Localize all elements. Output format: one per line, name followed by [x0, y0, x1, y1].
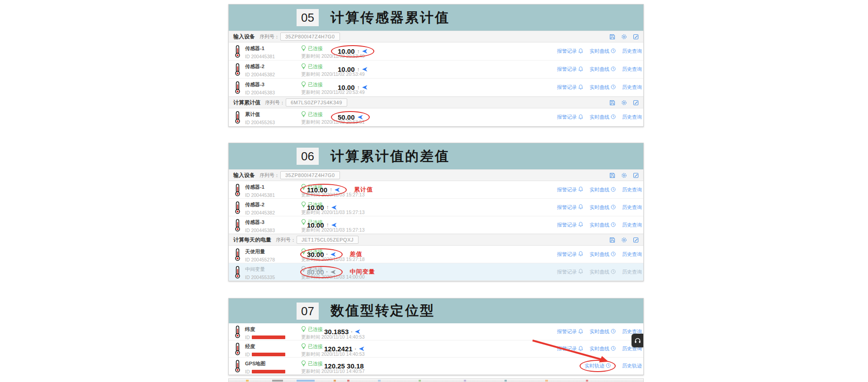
step-number-badge: 07 — [297, 303, 319, 320]
sensor-row: 经度 ID 已连接 更新时间 2020/11/10 14:40:53 120.2… — [229, 340, 643, 358]
section-toolbar — [609, 172, 639, 178]
row-action-link[interactable]: 历史查询 — [622, 186, 644, 193]
thermometer-icon — [235, 343, 241, 355]
row-action-link[interactable]: 历史查询 — [622, 204, 644, 211]
row-action-link[interactable]: 历史查询 — [622, 84, 644, 91]
clock-icon — [611, 346, 616, 351]
gear-icon[interactable] — [621, 34, 627, 40]
gear-icon[interactable] — [621, 100, 627, 106]
row-action-link[interactable]: 实时曲线 — [590, 84, 616, 91]
sensor-name: 经度 — [245, 343, 285, 350]
annotation-label: 累计值 — [354, 186, 373, 194]
row-action-link[interactable]: 实时曲线 — [590, 328, 616, 335]
edit-icon[interactable] — [633, 34, 639, 40]
section-toolbar — [609, 100, 639, 106]
value-highlight-ellipse: 120.2421 · — [317, 343, 371, 355]
panel-title: 计算传感器累计值 — [330, 9, 450, 27]
sensor-name-block: 经度 ID — [245, 343, 285, 357]
row-action-link[interactable]: 实时曲线 — [590, 269, 616, 275]
sensor-name-block: 天使用量 ID 200455278 — [245, 248, 275, 262]
bell-icon — [578, 66, 583, 72]
sensor-value-block: 80.00 · 中间变量 — [300, 263, 375, 280]
sensor-name: 天使用量 — [245, 248, 275, 255]
row-action-link[interactable]: 历史查询 — [622, 222, 644, 228]
row-action-link[interactable]: 实时轨迹 — [585, 363, 611, 369]
trend-icon — [643, 252, 644, 256]
row-action-link[interactable]: 报警记录 — [557, 114, 583, 121]
sensor-row: 纬度 ID 已连接 更新时间 2020/11/10 14:40:53 30.18… — [229, 323, 643, 340]
value-marks: · — [355, 346, 364, 352]
row-action-link[interactable]: 报警记录 — [557, 328, 583, 335]
redacted-id-bar — [252, 353, 285, 356]
save-icon[interactable] — [609, 100, 615, 106]
row-action-link[interactable]: 实时曲线 — [590, 48, 616, 55]
edit-icon[interactable] — [633, 100, 639, 106]
sensor-value-block: 10.00 ↑ — [331, 61, 374, 78]
row-actions: 报警记录实时曲线历史查询 — [557, 42, 644, 60]
row-action-link[interactable]: 实时曲线 — [590, 204, 616, 211]
sensor-row: 传感器-3 ID 200445383 已连接 更新时间 2020/11/03 1… — [229, 216, 643, 234]
value-marks: ↑ — [357, 85, 368, 90]
support-widget-button[interactable] — [632, 334, 643, 347]
device-group-header: 计算累计值 序列号： 6M7LS0ZP7JS4K349 — [229, 97, 643, 108]
row-action-link[interactable]: 实时曲线 — [590, 251, 616, 258]
sensor-id: ID 200445383 — [245, 228, 275, 233]
row-action-link[interactable]: 报警记录 — [557, 186, 583, 193]
thermometer-icon — [235, 184, 241, 198]
sensor-row: 天使用量 ID 200455278 已连接 更新时间 2020/11/03 15… — [229, 246, 643, 263]
row-action-link[interactable]: 报警记录 — [557, 269, 583, 275]
row-action-link[interactable]: 历史查询 — [622, 114, 644, 121]
sensor-name-block: 传感器-1 ID 200445381 — [245, 45, 275, 59]
value-highlight-ellipse: 50.00 — [331, 111, 370, 123]
row-action-link[interactable]: 报警记录 — [557, 66, 583, 73]
row-action-link[interactable]: 报警记录 — [557, 84, 583, 91]
row-actions: 报警记录实时曲线历史查询 — [557, 61, 644, 78]
save-icon[interactable] — [609, 237, 615, 243]
thermometer-icon — [235, 111, 241, 124]
sensor-value-block: 110.00 ↑ 累计值 — [300, 181, 373, 198]
row-action-link[interactable]: 报警记录 — [557, 204, 583, 211]
row-action-link[interactable]: 实时曲线 — [590, 114, 616, 121]
row-action-link[interactable]: 报警记录 — [557, 222, 583, 228]
bulb-icon — [301, 111, 306, 117]
serial-number-label: 序列号： — [265, 99, 285, 106]
sensor-value: 10.00 — [338, 84, 355, 91]
row-action-link[interactable]: 实时曲线 — [590, 66, 616, 73]
edit-icon[interactable] — [633, 172, 639, 178]
row-action-link[interactable]: 报警记录 — [557, 251, 583, 258]
row-action-link[interactable]: 历史查询 — [622, 251, 644, 258]
gear-icon[interactable] — [621, 237, 627, 243]
row-action-link[interactable]: 实时曲线 — [590, 222, 616, 228]
trend-icon — [643, 84, 644, 89]
sensor-value-block: 10.00 ↑ — [300, 216, 344, 233]
row-action-link[interactable]: 实时曲线 — [590, 186, 616, 193]
sensor-name: 传感器-1 — [245, 45, 275, 52]
thermometer-icon — [235, 111, 241, 126]
gear-icon[interactable] — [621, 172, 627, 178]
serial-number-label: 序列号： — [259, 33, 279, 40]
row-action-link[interactable]: 历史查询 — [622, 66, 644, 73]
bulb-icon — [301, 45, 306, 51]
row-action-link[interactable]: 报警记录 — [557, 345, 583, 352]
row-action-link[interactable]: 实时曲线 — [590, 345, 616, 352]
sensor-id-text: ID 200445383 — [245, 90, 275, 95]
sensor-id: ID 200445381 — [245, 192, 275, 198]
sensor-id: ID — [245, 335, 285, 340]
row-action-link[interactable]: 历史查询 — [622, 48, 644, 55]
sensor-id: ID — [245, 369, 285, 374]
bulb-icon — [301, 360, 306, 367]
thermometer-icon — [235, 326, 241, 338]
row-action-link[interactable]: 报警记录 — [557, 48, 583, 55]
panel-body: 输入设备 序列号： 35ZP800I47Z4H7G0 传感器-1 ID 2004… — [229, 31, 643, 126]
save-icon[interactable] — [609, 172, 615, 178]
connection-status: 已连接 — [308, 63, 323, 70]
sensor-name-block: 传感器-3 ID 200445383 — [245, 81, 275, 95]
sensor-value: 10.00 — [338, 47, 355, 55]
row-action-link[interactable]: 历史轨迹 — [622, 363, 644, 369]
sensor-value-block: 120.2421 · — [317, 340, 371, 357]
row-action-link[interactable]: 历史查询 — [622, 269, 644, 275]
save-icon[interactable] — [609, 34, 615, 40]
trend-icon — [643, 346, 644, 351]
edit-icon[interactable] — [633, 237, 639, 243]
section-toolbar — [609, 34, 639, 40]
